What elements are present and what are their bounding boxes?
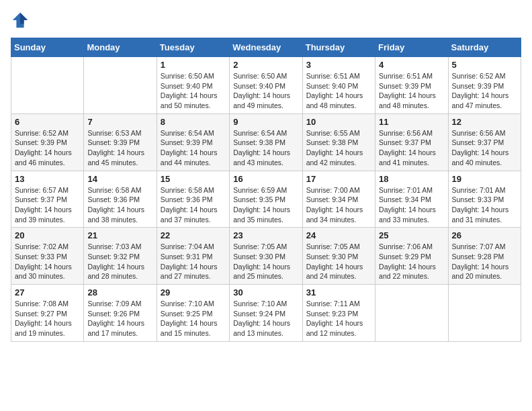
calendar-cell: 14Sunrise: 6:58 AM Sunset: 9:36 PM Dayli…	[84, 171, 157, 228]
day-header-monday: Monday	[84, 38, 157, 57]
day-detail: Sunrise: 7:09 AM Sunset: 9:26 PM Dayligh…	[87, 299, 152, 338]
calendar-cell: 7Sunrise: 6:53 AM Sunset: 9:39 PM Daylig…	[84, 113, 157, 171]
calendar-cell: 1Sunrise: 6:50 AM Sunset: 9:40 PM Daylig…	[157, 57, 229, 114]
calendar-cell: 20Sunrise: 7:02 AM Sunset: 9:33 PM Dayli…	[11, 228, 84, 285]
day-number: 27	[15, 287, 80, 298]
week-row-2: 6Sunrise: 6:52 AM Sunset: 9:39 PM Daylig…	[11, 113, 521, 171]
calendar-cell: 6Sunrise: 6:52 AM Sunset: 9:39 PM Daylig…	[11, 113, 84, 171]
week-row-4: 20Sunrise: 7:02 AM Sunset: 9:33 PM Dayli…	[11, 228, 521, 285]
calendar-cell: 12Sunrise: 6:56 AM Sunset: 9:37 PM Dayli…	[448, 113, 521, 171]
day-detail: Sunrise: 6:59 AM Sunset: 9:35 PM Dayligh…	[233, 185, 298, 225]
day-detail: Sunrise: 7:05 AM Sunset: 9:30 PM Dayligh…	[233, 242, 298, 281]
calendar-cell: 28Sunrise: 7:09 AM Sunset: 9:26 PM Dayli…	[84, 285, 157, 342]
day-detail: Sunrise: 6:51 AM Sunset: 9:40 PM Dayligh…	[306, 71, 371, 111]
day-detail: Sunrise: 7:10 AM Sunset: 9:24 PM Dayligh…	[233, 299, 298, 338]
day-number: 1	[161, 60, 226, 70]
day-detail: Sunrise: 6:51 AM Sunset: 9:39 PM Dayligh…	[379, 71, 444, 111]
calendar-cell: 8Sunrise: 6:54 AM Sunset: 9:39 PM Daylig…	[157, 113, 229, 171]
day-detail: Sunrise: 7:01 AM Sunset: 9:34 PM Dayligh…	[379, 185, 444, 225]
calendar-cell	[11, 57, 84, 114]
day-number: 7	[87, 117, 152, 127]
day-detail: Sunrise: 7:07 AM Sunset: 9:28 PM Dayligh…	[452, 242, 517, 281]
calendar-cell: 5Sunrise: 6:52 AM Sunset: 9:39 PM Daylig…	[448, 57, 521, 114]
calendar-cell: 23Sunrise: 7:05 AM Sunset: 9:30 PM Dayli…	[230, 228, 302, 285]
day-detail: Sunrise: 6:54 AM Sunset: 9:38 PM Dayligh…	[233, 128, 298, 168]
day-number: 14	[87, 174, 152, 184]
day-number: 23	[233, 230, 298, 240]
day-number: 17	[306, 174, 371, 184]
day-detail: Sunrise: 7:03 AM Sunset: 9:32 PM Dayligh…	[87, 242, 152, 281]
day-header-wednesday: Wednesday	[230, 38, 302, 57]
day-detail: Sunrise: 7:10 AM Sunset: 9:25 PM Dayligh…	[161, 299, 226, 338]
day-detail: Sunrise: 7:00 AM Sunset: 9:34 PM Dayligh…	[306, 185, 371, 225]
page-header	[11, 11, 521, 30]
day-detail: Sunrise: 6:58 AM Sunset: 9:36 PM Dayligh…	[161, 185, 226, 225]
calendar-cell: 26Sunrise: 7:07 AM Sunset: 9:28 PM Dayli…	[448, 228, 521, 285]
svg-marker-1	[20, 13, 28, 24]
day-number: 31	[306, 287, 371, 298]
calendar-cell: 16Sunrise: 6:59 AM Sunset: 9:35 PM Dayli…	[230, 171, 302, 228]
day-number: 9	[233, 117, 298, 127]
day-number: 2	[233, 60, 298, 70]
calendar-cell: 25Sunrise: 7:06 AM Sunset: 9:29 PM Dayli…	[375, 228, 448, 285]
day-detail: Sunrise: 7:01 AM Sunset: 9:33 PM Dayligh…	[452, 185, 517, 225]
day-number: 12	[452, 117, 517, 127]
calendar-cell: 22Sunrise: 7:04 AM Sunset: 9:31 PM Dayli…	[157, 228, 229, 285]
logo-icon	[11, 11, 30, 30]
day-number: 4	[379, 60, 444, 70]
day-number: 29	[161, 287, 226, 298]
day-detail: Sunrise: 6:52 AM Sunset: 9:39 PM Dayligh…	[15, 128, 80, 168]
week-row-5: 27Sunrise: 7:08 AM Sunset: 9:27 PM Dayli…	[11, 285, 521, 342]
logo	[11, 11, 32, 30]
calendar-cell: 17Sunrise: 7:00 AM Sunset: 9:34 PM Dayli…	[302, 171, 375, 228]
day-number: 13	[15, 174, 80, 184]
day-number: 5	[452, 60, 517, 70]
day-detail: Sunrise: 7:06 AM Sunset: 9:29 PM Dayligh…	[379, 242, 444, 281]
day-detail: Sunrise: 7:02 AM Sunset: 9:33 PM Dayligh…	[15, 242, 80, 281]
day-detail: Sunrise: 7:04 AM Sunset: 9:31 PM Dayligh…	[161, 242, 226, 281]
day-header-sunday: Sunday	[11, 38, 84, 57]
calendar-cell	[448, 285, 521, 342]
calendar-cell	[84, 57, 157, 114]
calendar-cell: 10Sunrise: 6:55 AM Sunset: 9:38 PM Dayli…	[302, 113, 375, 171]
calendar-cell: 15Sunrise: 6:58 AM Sunset: 9:36 PM Dayli…	[157, 171, 229, 228]
day-number: 18	[379, 174, 444, 184]
calendar-cell: 2Sunrise: 6:50 AM Sunset: 9:40 PM Daylig…	[230, 57, 302, 114]
day-number: 15	[161, 174, 226, 184]
day-number: 24	[306, 230, 371, 240]
calendar-cell: 27Sunrise: 7:08 AM Sunset: 9:27 PM Dayli…	[11, 285, 84, 342]
calendar-cell	[375, 285, 448, 342]
day-detail: Sunrise: 6:50 AM Sunset: 9:40 PM Dayligh…	[161, 71, 226, 111]
day-number: 10	[306, 117, 371, 127]
calendar-cell: 29Sunrise: 7:10 AM Sunset: 9:25 PM Dayli…	[157, 285, 229, 342]
calendar-cell: 21Sunrise: 7:03 AM Sunset: 9:32 PM Dayli…	[84, 228, 157, 285]
day-number: 3	[306, 60, 371, 70]
calendar-table: SundayMondayTuesdayWednesdayThursdayFrid…	[11, 38, 521, 342]
day-number: 16	[233, 174, 298, 184]
calendar-cell: 3Sunrise: 6:51 AM Sunset: 9:40 PM Daylig…	[302, 57, 375, 114]
day-number: 20	[15, 230, 80, 240]
calendar-cell: 18Sunrise: 7:01 AM Sunset: 9:34 PM Dayli…	[375, 171, 448, 228]
day-header-thursday: Thursday	[302, 38, 375, 57]
day-detail: Sunrise: 6:55 AM Sunset: 9:38 PM Dayligh…	[306, 128, 371, 168]
day-header-friday: Friday	[375, 38, 448, 57]
day-number: 22	[161, 230, 226, 240]
day-number: 11	[379, 117, 444, 127]
day-number: 19	[452, 174, 517, 184]
day-number: 25	[379, 230, 444, 240]
week-row-1: 1Sunrise: 6:50 AM Sunset: 9:40 PM Daylig…	[11, 57, 521, 114]
day-number: 21	[87, 230, 152, 240]
day-detail: Sunrise: 6:56 AM Sunset: 9:37 PM Dayligh…	[379, 128, 444, 168]
day-detail: Sunrise: 6:50 AM Sunset: 9:40 PM Dayligh…	[233, 71, 298, 111]
day-number: 6	[15, 117, 80, 127]
day-detail: Sunrise: 6:53 AM Sunset: 9:39 PM Dayligh…	[87, 128, 152, 168]
day-number: 30	[233, 287, 298, 298]
calendar-header-row: SundayMondayTuesdayWednesdayThursdayFrid…	[11, 38, 521, 57]
day-detail: Sunrise: 7:11 AM Sunset: 9:23 PM Dayligh…	[306, 299, 371, 338]
day-detail: Sunrise: 7:08 AM Sunset: 9:27 PM Dayligh…	[15, 299, 80, 338]
day-detail: Sunrise: 7:05 AM Sunset: 9:30 PM Dayligh…	[306, 242, 371, 281]
day-header-saturday: Saturday	[448, 38, 521, 57]
day-number: 26	[452, 230, 517, 240]
calendar-cell: 30Sunrise: 7:10 AM Sunset: 9:24 PM Dayli…	[230, 285, 302, 342]
day-number: 28	[87, 287, 152, 298]
